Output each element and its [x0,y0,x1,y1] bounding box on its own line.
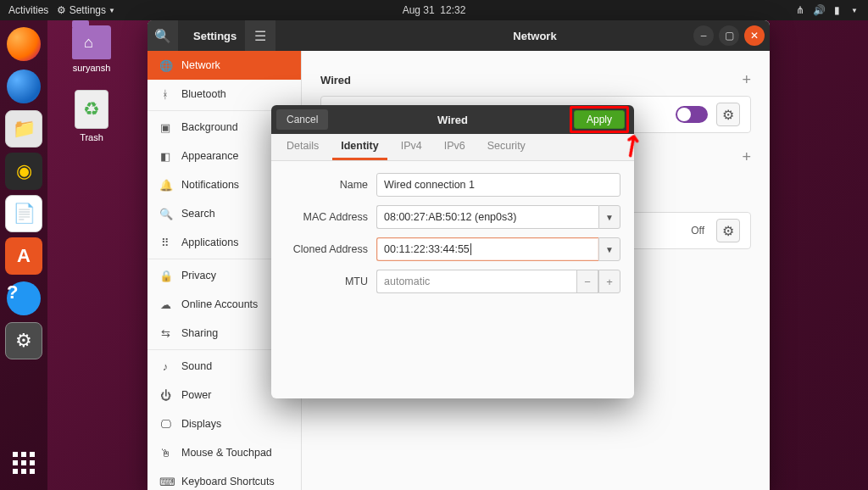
activities[interactable]: Activities [8,4,48,16]
cloned-dropdown[interactable]: ▼ [598,237,620,261]
gnome-topbar: Activities ⚙ Settings▼ Aug 31 12:32 ⋔ 🔊 … [0,0,868,20]
appearance-icon: ◧ [159,150,171,163]
dialog-tabs: Details Identity IPv4 IPv6 Security [271,134,634,161]
tab-ipv6[interactable]: IPv6 [436,134,474,160]
proxy-settings-button[interactable]: ⚙ [716,219,740,242]
wired-dialog: Cancel Wired Apply Details Identity IPv4… [271,105,634,398]
bluetooth-icon: ᚼ [159,88,171,101]
dock-rhythmbox[interactable]: ◉ [5,153,42,190]
text-cursor [470,243,471,255]
lock-icon: 🔒 [159,270,171,282]
tab-security[interactable]: Security [479,134,534,160]
window-title-left: Settings [193,30,236,42]
mtu-input[interactable]: automatic [376,270,576,293]
display-icon: 🖵 [159,418,171,431]
search-icon: 🔍 [159,208,171,220]
desktop-home-label: suryansh [58,63,125,73]
search-button[interactable]: 🔍 [147,20,178,51]
desktop-trash-label: Trash [58,132,125,142]
mtu-decrease[interactable]: − [576,270,598,293]
hamburger-button[interactable]: ☰ [245,20,275,51]
chevron-down-icon: ▼ [851,7,858,14]
sidebar-item-network[interactable]: 🌐Network [147,51,301,80]
battery-icon: ▮ [834,4,840,16]
sidebar-item-bluetooth[interactable]: ᚼBluetooth [147,80,301,109]
dock-help[interactable]: ? [5,280,42,317]
sidebar-item-displays[interactable]: 🖵Displays [147,409,301,438]
background-icon: ▣ [159,121,171,134]
wired-section-title: Wired [320,74,351,86]
tab-ipv4[interactable]: IPv4 [392,134,431,160]
dock-software[interactable] [5,237,42,275]
trash-icon: ♻ [75,90,108,129]
cancel-button[interactable]: Cancel [276,109,328,130]
window-title-center: Network [513,30,556,42]
dialog-titlebar[interactable]: Cancel Wired Apply [271,105,634,134]
dock: 📁 ◉ 📄 ? ⚙ [0,20,47,490]
maximize-button[interactable]: ▢ [719,25,739,46]
volume-icon: 🔊 [813,4,826,16]
globe-icon: 🌐 [159,59,171,72]
system-tray[interactable]: ⋔ 🔊 ▮ ▼ [796,4,868,16]
apps-icon: ⠿ [159,237,171,249]
mtu-increase[interactable]: + [598,270,620,293]
desktop-home[interactable]: ⌂ suryansh [58,25,125,73]
mtu-label: MTU [285,276,368,287]
close-button[interactable]: ✕ [744,25,765,46]
mac-label: MAC Address [285,211,368,223]
cloud-icon: ☁ [159,298,171,311]
wired-settings-button[interactable]: ⚙ [716,103,740,126]
dock-show-apps[interactable] [5,444,42,482]
bell-icon: 🔔 [159,179,171,192]
power-icon: ⏻ [159,389,171,402]
cloned-input[interactable]: 00:11:22:33:44:55 [376,237,598,261]
tab-identity[interactable]: Identity [332,134,387,160]
share-icon: ⇆ [159,327,171,340]
name-label: Name [285,179,368,191]
clock[interactable]: Aug 31 12:32 [403,4,466,16]
mouse-icon: 🖱 [159,447,171,459]
network-tray-icon: ⋔ [796,4,804,16]
mac-dropdown[interactable]: ▼ [598,205,620,229]
cloned-label: Cloned Address [285,243,368,255]
note-icon: ♪ [159,360,171,373]
dock-thunderbird[interactable] [5,68,42,105]
home-icon: ⌂ [84,34,93,52]
dialog-body: Name Wired connection 1 MAC Address 08:0… [271,161,634,314]
desktop-trash[interactable]: ♻ Trash [58,90,125,142]
app-menu[interactable]: ⚙ Settings▼ [57,4,115,16]
keyboard-icon: ⌨ [159,476,171,488]
apply-button[interactable]: Apply [574,110,625,129]
wired-toggle[interactable] [676,106,708,123]
apply-highlight: Apply [570,106,629,133]
dock-files[interactable]: 📁 [5,110,42,148]
proxy-status: Off [691,225,704,237]
sidebar-item-keyboard[interactable]: ⌨Keyboard Shortcuts [147,467,301,490]
settings-titlebar[interactable]: 🔍 Settings ☰ Network – ▢ ✕ [147,20,770,51]
dialog-title: Wired [437,114,468,126]
minimize-button[interactable]: – [693,25,714,46]
add-vpn-button[interactable]: + [742,148,751,166]
dock-writer[interactable]: 📄 [5,195,42,232]
dock-firefox[interactable] [5,25,42,63]
name-input[interactable]: Wired connection 1 [376,173,620,197]
mac-input[interactable]: 08:00:27:AB:50:12 (enp0s3) [376,205,598,229]
add-wired-button[interactable]: + [742,71,751,89]
dock-settings[interactable]: ⚙ [5,322,42,359]
sidebar-item-mouse[interactable]: 🖱Mouse & Touchpad [147,438,301,467]
tab-details[interactable]: Details [278,134,327,160]
